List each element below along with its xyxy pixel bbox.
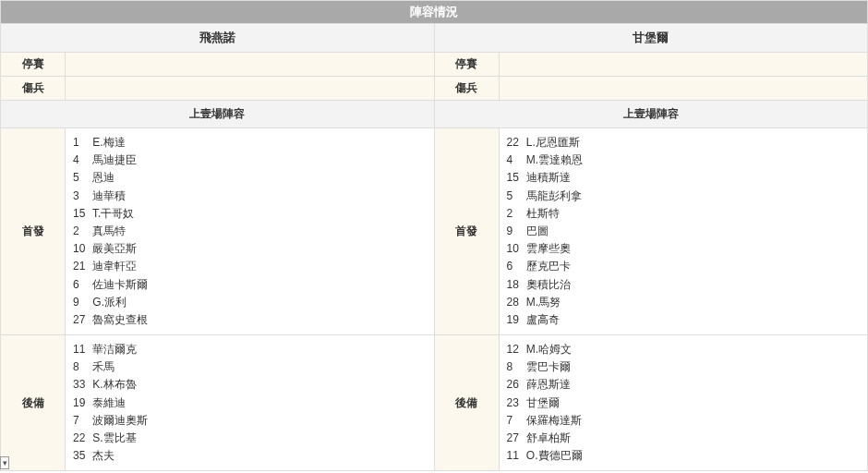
- player-line: 8 雲巴卡爾: [507, 358, 861, 376]
- player-name: 禾馬: [90, 360, 115, 373]
- player-number: 5: [507, 188, 524, 205]
- title-row: 陣容情況: [1, 1, 868, 24]
- player-name: 巴圖: [524, 224, 549, 237]
- player-number: 23: [507, 394, 524, 412]
- page-title: 陣容情況: [1, 1, 868, 24]
- injured-row: 傷兵 傷兵: [1, 77, 868, 101]
- player-number: 3: [73, 188, 90, 205]
- player-number: 35: [73, 447, 90, 465]
- player-number: 10: [73, 240, 90, 258]
- label-starting-right: 首發: [434, 128, 499, 335]
- player-number: 4: [73, 152, 90, 169]
- player-number: 6: [507, 258, 524, 275]
- player-number: 19: [507, 311, 524, 329]
- player-name: 迪華積: [90, 189, 126, 202]
- player-name: 泰維迪: [90, 396, 126, 409]
- player-number: 2: [507, 205, 524, 223]
- player-line: 33 K.林布魯: [73, 376, 427, 394]
- injured-right-value: [499, 77, 868, 101]
- player-name: 雲巴卡爾: [524, 360, 571, 373]
- team-left: 飛燕諾: [1, 24, 435, 53]
- player-number: 22: [507, 134, 524, 152]
- player-name: 迪韋軒亞: [90, 260, 137, 273]
- player-line: 8 禾馬: [73, 358, 427, 376]
- player-number: 4: [507, 152, 524, 169]
- last-lineup-header: 上壹場陣容 上壹場陣容: [1, 101, 868, 128]
- player-line: 15 迪積斯達: [507, 169, 861, 187]
- player-name: 波爾迪奧斯: [90, 414, 148, 427]
- player-name: M.哈姆文: [524, 343, 573, 356]
- label-suspended-right: 停賽: [434, 53, 499, 77]
- player-number: 19: [73, 394, 90, 412]
- player-line: 35 杰夫: [73, 447, 427, 465]
- player-name: 華洁爾克: [90, 343, 137, 356]
- player-number: 27: [507, 430, 524, 447]
- player-line: 9 G.派利: [73, 294, 427, 311]
- player-line: 22 S.雲比基: [73, 430, 427, 447]
- player-number: 22: [73, 430, 90, 447]
- player-line: 4 M.雲達賴恩: [507, 152, 861, 169]
- player-number: 15: [507, 169, 524, 187]
- player-number: 7: [507, 412, 524, 430]
- player-line: 15 T.干哥奴: [73, 205, 427, 223]
- player-name: 馬迪捷臣: [90, 153, 137, 166]
- player-line: 27 舒卓柏斯: [507, 430, 861, 447]
- player-line: 2 真馬特: [73, 223, 427, 240]
- player-line: 21 迪韋軒亞: [73, 258, 427, 275]
- label-injured-right: 傷兵: [434, 77, 499, 101]
- player-number: 33: [73, 376, 90, 394]
- player-number: 15: [73, 205, 90, 223]
- team-right: 甘堡爾: [434, 24, 868, 53]
- player-number: 1: [73, 134, 90, 152]
- player-line: 4 馬迪捷臣: [73, 152, 427, 169]
- player-line: 19 泰維迪: [73, 394, 427, 412]
- player-name: 魯窩史查根: [90, 313, 148, 326]
- lineup-table: 陣容情況 飛燕諾 甘堡爾 停賽 停賽 傷兵 傷兵 上壹場陣容 上壹場陣容 首發 …: [0, 0, 868, 471]
- player-line: 12 M.哈姆文: [507, 341, 861, 358]
- player-name: K.林布魯: [90, 378, 137, 391]
- player-line: 26 薛恩斯達: [507, 376, 861, 394]
- player-number: 8: [73, 358, 90, 376]
- subs-row: 後備 11 華洁爾克8 禾馬33 K.林布魯19 泰維迪7 波爾迪奧斯22 S.…: [1, 335, 868, 471]
- player-number: 5: [73, 169, 90, 187]
- player-number: 9: [73, 294, 90, 311]
- player-number: 2: [73, 223, 90, 240]
- player-line: 7 保羅梅達斯: [507, 412, 861, 430]
- player-name: 馬龍彭利拿: [524, 189, 582, 202]
- starting-left-players: 1 E.梅達4 馬迪捷臣5 恩迪3 迪華積15 T.干哥奴2 真馬特10 嚴美亞…: [66, 128, 435, 335]
- player-line: 27 魯窩史查根: [73, 311, 427, 329]
- player-number: 28: [507, 294, 524, 311]
- player-name: E.梅達: [90, 136, 126, 149]
- dropdown-corner-icon[interactable]: ▾: [0, 456, 9, 469]
- player-line: 28 M.馬努: [507, 294, 861, 311]
- player-line: 6 歷克巴卡: [507, 258, 861, 275]
- player-name: G.派利: [90, 296, 127, 309]
- player-name: 恩迪: [90, 171, 115, 184]
- starting-row: 首發 1 E.梅達4 馬迪捷臣5 恩迪3 迪華積15 T.干哥奴2 真馬特10 …: [1, 128, 868, 335]
- player-line: 23 甘堡爾: [507, 394, 861, 412]
- player-number: 21: [73, 258, 90, 275]
- suspended-row: 停賽 停賽: [1, 53, 868, 77]
- player-name: M.雲達賴恩: [524, 153, 584, 166]
- player-line: 1 E.梅達: [73, 134, 427, 152]
- suspended-left-value: [66, 53, 435, 77]
- player-name: 保羅梅達斯: [524, 414, 582, 427]
- last-lineup-left: 上壹場陣容: [1, 101, 435, 128]
- player-number: 10: [507, 240, 524, 258]
- label-subs-right: 後備: [434, 335, 499, 471]
- subs-left-players: 11 華洁爾克8 禾馬33 K.林布魯19 泰維迪7 波爾迪奧斯22 S.雲比基…: [66, 335, 435, 471]
- player-name: M.馬努: [524, 296, 561, 309]
- player-name: 雲摩些奧: [524, 242, 571, 255]
- last-lineup-right: 上壹場陣容: [434, 101, 868, 128]
- player-line: 10 雲摩些奧: [507, 240, 861, 258]
- player-name: 甘堡爾: [524, 396, 560, 409]
- player-line: 11 華洁爾克: [73, 341, 427, 358]
- player-number: 12: [507, 341, 524, 358]
- player-name: 嚴美亞斯: [90, 242, 137, 255]
- player-name: 盧高奇: [524, 313, 560, 326]
- player-name: 舒卓柏斯: [524, 431, 571, 444]
- player-line: 19 盧高奇: [507, 311, 861, 329]
- team-row: 飛燕諾 甘堡爾: [1, 24, 868, 53]
- player-name: 薛恩斯達: [524, 378, 571, 391]
- player-name: 奧積比治: [524, 278, 571, 291]
